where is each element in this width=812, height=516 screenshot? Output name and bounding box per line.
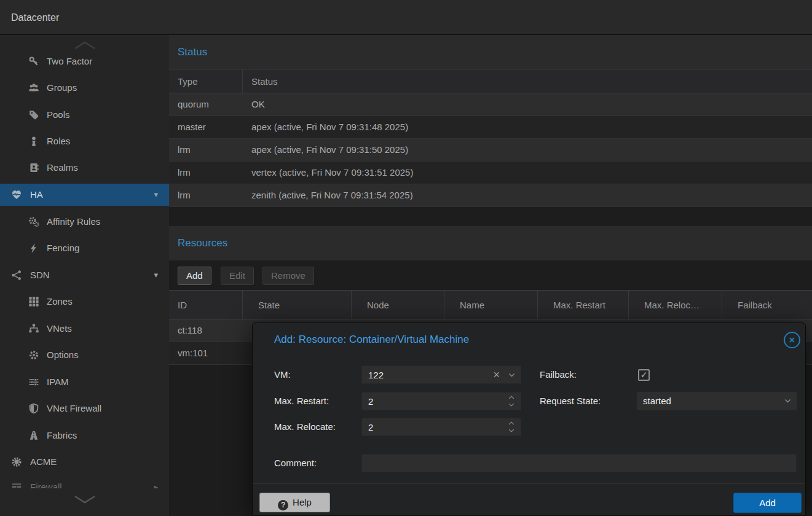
sliders-icon: [28, 377, 39, 388]
max-relocate-label: Max. Relocate:: [274, 418, 336, 436]
comment-label: Comment:: [274, 454, 317, 472]
max-restart-label: Max. Restart:: [274, 392, 329, 410]
sidebar-item-roles[interactable]: Roles: [0, 130, 169, 152]
table-row[interactable]: lrm zenith (active, Fri Nov 7 09:31:54 2…: [169, 184, 812, 207]
column-header-failback[interactable]: Failback: [722, 291, 812, 319]
close-icon[interactable]: ×: [784, 332, 800, 348]
address-book-icon: [28, 162, 39, 173]
column-header-max-restart[interactable]: Max. Restart: [538, 291, 629, 319]
sidebar-item-zones[interactable]: Zones: [0, 291, 169, 313]
status-section-header: Status: [169, 35, 812, 69]
sidebar-nav: Two Factor Groups Pools Roles Realms HA …: [0, 35, 169, 516]
comment-input[interactable]: [362, 455, 796, 472]
column-header-name[interactable]: Name: [444, 291, 538, 319]
sidebar-item-vnets[interactable]: VNets: [0, 318, 169, 340]
request-state-select[interactable]: started: [637, 392, 797, 410]
tag-icon: [28, 109, 39, 120]
resources-section-title: Resources: [178, 226, 227, 260]
clear-icon[interactable]: ×: [493, 366, 500, 383]
resources-section-header: Resources: [169, 226, 812, 260]
dialog-add-button[interactable]: Add: [733, 493, 802, 513]
column-header-node[interactable]: Node: [352, 291, 444, 319]
page-title: Datacenter: [11, 0, 59, 35]
add-resource-dialog: Add: Resource: Container/Virtual Machine…: [252, 322, 806, 516]
scroll-down-icon[interactable]: [73, 495, 97, 504]
edit-button: Edit: [221, 267, 254, 285]
chevron-down-icon[interactable]: [508, 371, 516, 379]
remove-button: Remove: [262, 267, 314, 285]
sitemap-icon: [28, 323, 39, 334]
spinner-arrows-icon[interactable]: [508, 420, 518, 436]
status-section-title: Status: [178, 35, 207, 69]
heartbeat-icon: [11, 189, 22, 200]
dialog-footer-divider: [253, 483, 805, 483]
sidebar-item-groups[interactable]: Groups: [0, 77, 169, 99]
max-relocate-spinner[interactable]: [361, 418, 521, 436]
chevron-collapsed-icon: ▸: [154, 476, 158, 488]
vm-label: VM:: [274, 366, 291, 384]
add-button[interactable]: Add: [178, 267, 211, 285]
network-icon: [11, 270, 22, 281]
bolt-icon: [28, 243, 39, 254]
sidebar-item-realms[interactable]: Realms: [0, 157, 169, 179]
column-header-max-relocate[interactable]: Max. Reloc…: [629, 291, 722, 319]
gears-icon: [28, 216, 39, 227]
max-relocate-input[interactable]: [362, 418, 521, 436]
column-header-status[interactable]: Status: [243, 69, 812, 93]
road-icon: [28, 430, 39, 441]
resources-table-header: ID State Node Name Max. Restart Max. Rel…: [169, 290, 812, 319]
sidebar-item-firewall-clipped[interactable]: Firewall ▸: [0, 476, 169, 488]
top-header-bar: Datacenter: [0, 0, 812, 35]
failback-checkbox[interactable]: ✓: [638, 369, 650, 381]
key-icon: [28, 56, 39, 67]
sidebar-item-options[interactable]: Options: [0, 344, 169, 366]
max-restart-input[interactable]: [362, 393, 521, 410]
sidebar-item-acme[interactable]: ACME: [0, 451, 169, 473]
sidebar-item-two-factor[interactable]: Two Factor: [0, 50, 169, 72]
sidebar-item-pools[interactable]: Pools: [0, 104, 169, 126]
person-icon: [28, 136, 39, 147]
column-header-id[interactable]: ID: [169, 291, 243, 319]
resources-toolbar: Add Edit Remove: [169, 260, 812, 290]
users-icon: [28, 82, 39, 93]
scroll-up-icon[interactable]: [73, 41, 97, 50]
table-row[interactable]: master apex (active, Fri Nov 7 09:31:48 …: [169, 116, 812, 139]
certificate-icon: [11, 456, 22, 467]
sidebar-item-fencing[interactable]: Fencing: [0, 237, 169, 259]
failback-label: Failback:: [540, 366, 577, 384]
dialog-title: Add: Resource: Container/Virtual Machine: [274, 323, 469, 356]
app-window: Datacenter Two Factor Groups Pools Roles…: [0, 0, 812, 516]
column-header-state[interactable]: State: [243, 291, 352, 319]
chevron-down-icon[interactable]: ▾: [154, 264, 158, 286]
sidebar-item-ha[interactable]: HA ▾: [0, 184, 169, 206]
shield-icon: [28, 403, 39, 414]
table-row[interactable]: quorum OK: [169, 93, 812, 116]
sidebar-item-affinity-rules[interactable]: Affinity Rules: [0, 211, 169, 233]
chevron-down-icon[interactable]: [784, 397, 792, 405]
gear-icon: [28, 350, 39, 361]
question-icon: ?: [278, 500, 288, 510]
sidebar-item-ipam[interactable]: IPAM: [0, 371, 169, 393]
column-header-type[interactable]: Type: [169, 69, 243, 93]
sidebar-item-sdn[interactable]: SDN ▾: [0, 264, 169, 286]
grid-icon: [28, 296, 39, 307]
table-row[interactable]: lrm apex (active, Fri Nov 7 09:31:50 202…: [169, 139, 812, 162]
sidebar-item-fabrics[interactable]: Fabrics: [0, 424, 169, 447]
help-button[interactable]: ?Help: [259, 493, 330, 512]
firewall-icon: [11, 482, 22, 488]
spinner-arrows-icon[interactable]: [508, 394, 518, 410]
table-row[interactable]: lrm vertex (active, Fri Nov 7 09:31:51 2…: [169, 162, 812, 184]
vm-combo[interactable]: ×: [361, 366, 521, 384]
chevron-down-icon[interactable]: ▾: [154, 184, 158, 206]
request-state-label: Request State:: [540, 392, 601, 410]
sidebar-item-vnet-firewall[interactable]: VNet Firewall: [0, 397, 169, 420]
status-table-header: Type Status: [169, 69, 812, 93]
max-restart-spinner[interactable]: [361, 392, 521, 410]
comment-field[interactable]: [361, 454, 797, 472]
